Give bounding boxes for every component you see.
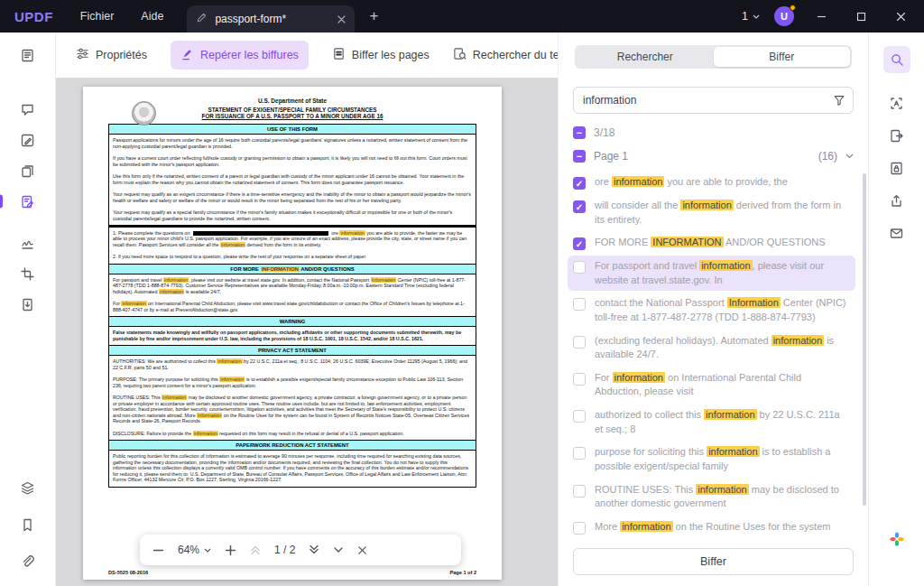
highlighted-term: information <box>680 200 733 210</box>
result-checkbox[interactable] <box>573 447 586 460</box>
avatar[interactable]: U <box>774 6 794 26</box>
search-result-row[interactable]: ore information you are able to provide,… <box>568 172 855 193</box>
search-result-row[interactable]: For information on International Parenta… <box>568 367 855 403</box>
doc-paragraph: PURPOSE: The primary purpose for solicit… <box>109 374 476 392</box>
first-page-button[interactable] <box>250 544 261 555</box>
redact-pages-button[interactable]: Biffer les pages <box>332 47 430 63</box>
pdf-page[interactable]: U.S. Department of State STATEMENT OF EX… <box>83 87 502 580</box>
close-zoom-toolbar-button[interactable] <box>357 545 367 555</box>
bookmark-icon[interactable] <box>0 509 56 540</box>
result-checkbox[interactable] <box>573 485 586 498</box>
search-result-row[interactable]: For passport and travel information, ple… <box>568 256 855 291</box>
comment-tool-icon[interactable] <box>0 94 56 125</box>
search-text-icon <box>453 47 467 63</box>
search-input[interactable] <box>573 87 854 114</box>
find-redactions-button[interactable]: Repérer les biffures <box>171 41 309 70</box>
mail-icon[interactable] <box>869 217 924 249</box>
ai-assistant-icon[interactable] <box>869 523 924 555</box>
properties-label: Propriétés <box>96 49 147 61</box>
search-result-row[interactable]: (excluding federal holidays). Automated … <box>568 330 855 366</box>
menu-fichier[interactable]: Fichier <box>80 10 115 23</box>
result-checkbox[interactable] <box>573 237 586 250</box>
page-group-checkbox[interactable] <box>573 150 586 163</box>
layers-icon[interactable] <box>0 472 56 503</box>
mode-toggle: Rechercher Biffer <box>575 45 852 69</box>
highlighted-term: information <box>612 176 664 187</box>
search-result-row[interactable]: FOR MORE INFORMATION AND/OR QUESTIONS <box>568 232 855 254</box>
tab-rechercher[interactable]: Rechercher <box>577 47 714 67</box>
menu-aide[interactable]: Aide <box>141 10 163 23</box>
select-all-checkbox[interactable] <box>573 126 586 139</box>
export-pdf-icon[interactable] <box>869 119 924 152</box>
edit-tool-icon[interactable] <box>0 125 56 155</box>
zoom-out-button[interactable] <box>152 544 164 556</box>
document-tab[interactable]: passport-form* <box>187 5 355 33</box>
right-tool-rail <box>868 33 924 586</box>
highlighted-term: information <box>197 413 222 418</box>
page-group-header[interactable]: Page 1 (16) <box>573 150 854 163</box>
result-checkbox[interactable] <box>573 200 586 213</box>
attachment-icon[interactable] <box>0 546 56 577</box>
close-button[interactable] <box>888 4 913 29</box>
state-department-seal <box>132 101 156 126</box>
ocr-icon[interactable] <box>869 87 924 119</box>
avatar-initial: U <box>781 11 788 22</box>
properties-button[interactable]: Propriétés <box>76 47 147 63</box>
search-result-row[interactable]: authorized to collect this information b… <box>568 405 855 440</box>
panel-scrollbar[interactable] <box>863 173 866 506</box>
result-checkbox[interactable] <box>573 261 586 274</box>
maximize-button[interactable] <box>848 4 873 29</box>
protect-icon[interactable] <box>869 152 924 184</box>
reader-view-icon[interactable] <box>0 40 56 70</box>
result-text: authorized to collect this information b… <box>595 408 850 436</box>
filter-icon[interactable] <box>833 94 845 110</box>
result-checkbox[interactable] <box>573 410 586 423</box>
titlebar: UPDF Fichier Aide passport-form* + 1 U <box>0 0 924 33</box>
result-checkbox[interactable] <box>573 336 586 349</box>
search-result-row[interactable]: purpose for soliciting this information … <box>568 442 855 477</box>
last-page-button[interactable] <box>309 544 319 555</box>
tab-biffer[interactable]: Biffer <box>714 47 851 67</box>
highlighted-term: information <box>220 242 245 247</box>
section-header: FOR MORE INFORMATION AND/OR QUESTIONS <box>109 264 476 274</box>
search-icon[interactable] <box>869 43 924 76</box>
doc-paragraph: Public reporting burden for this collect… <box>109 451 476 487</box>
search-result-row[interactable]: More information on the Routine Uses for… <box>568 516 855 535</box>
search-result-row[interactable]: will consider all the information derive… <box>568 195 855 230</box>
new-tab-button[interactable]: + <box>369 7 378 25</box>
highlighted-term: information <box>696 484 748 495</box>
result-checkbox[interactable] <box>573 177 586 190</box>
form-title-line1: STATEMENT OF EXIGENT/SPECIAL FAMILY CIRC… <box>108 107 476 113</box>
redact-apply-button[interactable]: Biffer <box>573 548 854 575</box>
search-result-row[interactable]: contact the National Passport Informatio… <box>568 293 855 328</box>
highlighted-term: information <box>193 431 218 436</box>
highlighted-term: information <box>159 289 184 294</box>
doc-paragraph: Passport applications for minors under t… <box>109 135 476 153</box>
updf-logo[interactable]: UPDF <box>14 9 53 24</box>
redact-protect-icon[interactable] <box>0 186 56 217</box>
zoom-in-button[interactable] <box>225 544 236 556</box>
highlighted-term: information <box>699 260 752 271</box>
sign-tool-icon[interactable] <box>0 228 56 258</box>
counter-value: 1 <box>742 10 748 23</box>
redact-marker-icon <box>180 47 194 63</box>
share-icon[interactable] <box>869 184 924 217</box>
result-checkbox[interactable] <box>573 298 586 311</box>
search-text-button[interactable]: Rechercher du texte et <box>453 47 558 63</box>
crop-pages-icon[interactable] <box>0 258 56 289</box>
result-checkbox[interactable] <box>573 522 586 535</box>
organize-pages-icon[interactable] <box>0 155 56 186</box>
extract-pages-icon[interactable] <box>0 289 56 320</box>
left-tool-rail <box>0 33 56 586</box>
counter-dropdown[interactable]: 1 <box>742 10 760 23</box>
zoom-level-dropdown[interactable]: 64% <box>178 544 211 556</box>
minimize-button[interactable] <box>808 4 834 29</box>
doc-paragraph: AUTHORITIES: We are authorized to collec… <box>109 356 476 374</box>
result-checkbox[interactable] <box>573 373 586 386</box>
panel-search <box>573 87 854 114</box>
tab-close-icon[interactable] <box>337 15 346 23</box>
next-page-button[interactable] <box>333 544 344 555</box>
highlighted-term: information <box>772 335 824 346</box>
search-result-row[interactable]: ROUTINE USES: This information may be di… <box>568 479 855 515</box>
chevron-down-icon[interactable] <box>845 153 854 159</box>
